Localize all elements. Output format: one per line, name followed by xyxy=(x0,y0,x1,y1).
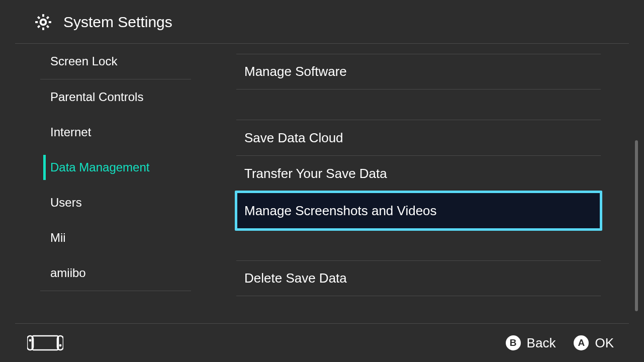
sidebar: Screen LockParental ControlsInternetData… xyxy=(0,44,207,324)
option-description: Free up space by archiving the selected … xyxy=(236,44,601,54)
group-gap xyxy=(236,89,601,120)
page-title: System Settings xyxy=(63,14,172,31)
back-label: Back xyxy=(527,335,556,351)
sidebar-item-label: Mii xyxy=(50,231,66,245)
sidebar-item[interactable]: Mii xyxy=(40,220,191,255)
group-gap xyxy=(236,230,601,260)
sidebar-item-label: Screen Lock xyxy=(50,54,117,68)
sidebar-item-label: Parental Controls xyxy=(50,90,143,104)
controller-icon xyxy=(27,335,63,351)
menu-option[interactable]: Manage Screenshots and Videos xyxy=(235,191,602,231)
a-button-icon: A xyxy=(574,335,589,350)
svg-point-4 xyxy=(29,339,32,342)
menu-option-label: Save Data Cloud xyxy=(244,130,343,146)
menu-option[interactable]: Delete Save Data xyxy=(236,260,601,296)
back-button[interactable]: B Back xyxy=(506,335,556,351)
menu-option[interactable]: Manage Software xyxy=(236,54,601,89)
gear-icon xyxy=(33,12,53,32)
footer: B Back A OK xyxy=(0,324,644,362)
menu-option-label: Transfer Your Save Data xyxy=(244,166,387,182)
ok-button[interactable]: A OK xyxy=(574,335,614,351)
main-panel: Free up space by archiving the selected … xyxy=(207,44,644,324)
svg-rect-1 xyxy=(32,336,58,350)
ok-label: OK xyxy=(595,335,614,351)
svg-point-5 xyxy=(59,344,62,347)
menu-option-label: Delete Save Data xyxy=(244,270,347,286)
sidebar-separator xyxy=(40,291,191,291)
sidebar-item-label: Users xyxy=(50,196,82,210)
sidebar-item-label: amiibo xyxy=(50,266,86,280)
sidebar-item[interactable]: amiibo xyxy=(40,255,191,291)
menu-option[interactable]: Transfer Your Save Data xyxy=(236,155,601,191)
sidebar-item[interactable]: Data Management xyxy=(40,150,191,185)
sidebar-item[interactable]: Users xyxy=(40,185,191,220)
menu-option[interactable]: Save Data Cloud xyxy=(236,120,601,155)
svg-point-0 xyxy=(41,20,46,25)
scrollbar[interactable] xyxy=(635,140,638,311)
menu-option-label: Manage Software xyxy=(244,64,347,79)
sidebar-item[interactable]: Internet xyxy=(40,115,191,150)
sidebar-item-label: Data Management xyxy=(50,160,149,174)
b-button-icon: B xyxy=(506,335,521,350)
sidebar-item[interactable]: Parental Controls xyxy=(40,79,191,115)
sidebar-item-label: Internet xyxy=(50,125,91,139)
menu-option-label: Manage Screenshots and Videos xyxy=(244,203,437,219)
sidebar-item[interactable]: Screen Lock xyxy=(40,44,191,79)
